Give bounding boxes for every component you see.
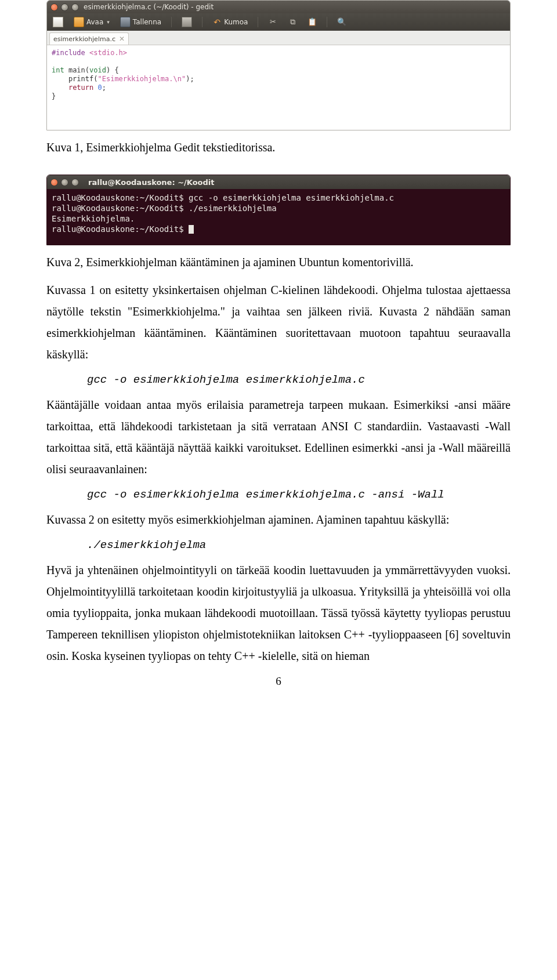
code-token: 0 (98, 84, 102, 92)
code-token: ); (186, 75, 194, 83)
close-tab-icon[interactable]: ✕ (119, 35, 125, 43)
body-paragraph: Kääntäjälle voidaan antaa myös erilaisia… (46, 394, 511, 480)
folder-open-icon (74, 17, 84, 27)
cursor-icon (189, 225, 194, 234)
page-number: 6 (46, 675, 511, 688)
terminal-line: Esimerkkiohjelma. (52, 214, 135, 223)
gedit-toolbar: Avaa ▾ Tallenna ↶ Kumoa ✂ ⧉ (47, 13, 510, 31)
gedit-window: esimerkkiohjelma.c (~/Koodit) - gedit Av… (46, 0, 511, 130)
code-token (93, 84, 97, 92)
code-token: int (52, 66, 64, 74)
figure-caption-2: Kuva 2, Esimerkkiohjelman kääntäminen ja… (46, 256, 511, 269)
chevron-down-icon: ▾ (107, 19, 110, 25)
figure-caption-1: Kuva 1, Esimerkkiohjelma Gedit tekstiedi… (46, 141, 511, 154)
code-token: "Esimerkkiohjelma.\n" (97, 75, 186, 83)
body-paragraph: Kuvassa 2 on esitetty myös esimerkkiohje… (46, 509, 511, 531)
undo-label: Kumoa (224, 18, 248, 26)
maximize-icon[interactable] (71, 3, 79, 11)
code-token (52, 84, 68, 92)
window-buttons (50, 3, 79, 11)
new-file-button[interactable] (50, 16, 66, 28)
code-token: return (68, 84, 93, 92)
gedit-title: esimerkkiohjelma.c (~/Koodit) - gedit (84, 3, 214, 11)
paste-button[interactable]: 📋 (305, 16, 319, 28)
document-icon (53, 17, 63, 27)
file-tab[interactable]: esimerkkiohjelma.c ✕ (49, 32, 129, 45)
code-token: #include (52, 49, 89, 57)
tab-label: esimerkkiohjelma.c (53, 35, 115, 43)
cut-button[interactable]: ✂ (266, 16, 280, 28)
terminal-window: rallu@Koodauskone: ~/Koodit rallu@Koodau… (46, 175, 511, 245)
terminal-title: rallu@Koodauskone: ~/Koodit (88, 178, 214, 187)
minimize-icon[interactable] (61, 179, 68, 186)
terminal-line: rallu@Koodauskone:~/Koodit$ gcc -o esime… (52, 193, 394, 202)
gedit-tabbar: esimerkkiohjelma.c ✕ (47, 31, 510, 45)
gedit-titlebar: esimerkkiohjelma.c (~/Koodit) - gedit (47, 1, 510, 13)
code-line: gcc -o esimerkkiohjelma esimerkkiohjelma… (87, 373, 511, 386)
print-button[interactable] (179, 16, 194, 28)
code-token: <stdio.h> (89, 49, 127, 57)
terminal-body[interactable]: rallu@Koodauskone:~/Koodit$ gcc -o esime… (47, 189, 510, 245)
terminal-line: rallu@Koodauskone:~/Koodit$ ./esimerkkio… (52, 204, 277, 213)
close-icon[interactable] (50, 179, 58, 186)
code-token: ) { (106, 66, 119, 74)
paste-icon: 📋 (308, 17, 317, 27)
copy-icon: ⧉ (288, 17, 297, 27)
maximize-icon[interactable] (71, 179, 79, 186)
toolbar-separator (327, 17, 327, 27)
code-token: main( (64, 66, 89, 74)
code-editor[interactable]: #include <stdio.h> int main(void) { prin… (47, 45, 510, 130)
code-line: gcc -o esimerkkiohjelma esimerkkiohjelma… (87, 488, 511, 501)
window-buttons (50, 179, 79, 186)
minimize-icon[interactable] (61, 3, 68, 11)
body-paragraph: Hyvä ja yhtenäinen ohjelmointityyli on t… (46, 560, 511, 667)
search-icon: 🔍 (337, 17, 346, 27)
code-token: ; (102, 84, 106, 92)
print-icon (182, 17, 192, 27)
open-label: Avaa (86, 18, 103, 26)
code-token: printf( (52, 75, 97, 83)
toolbar-separator (171, 17, 172, 27)
open-button[interactable]: Avaa ▾ (71, 16, 112, 28)
toolbar-separator (258, 17, 258, 27)
terminal-line: rallu@Koodauskone:~/Koodit$ (52, 224, 189, 234)
save-icon (120, 17, 131, 27)
copy-button[interactable]: ⧉ (285, 16, 299, 28)
code-line: ./esimerkkiohjelma (87, 539, 511, 551)
terminal-titlebar: rallu@Koodauskone: ~/Koodit (47, 175, 510, 189)
document-page: esimerkkiohjelma.c (~/Koodit) - gedit Av… (0, 0, 557, 711)
undo-button[interactable]: ↶ Kumoa (210, 16, 250, 28)
undo-icon: ↶ (212, 17, 222, 27)
code-token: } (52, 92, 56, 100)
save-button[interactable]: Tallenna (118, 16, 164, 28)
toolbar-separator (202, 17, 202, 27)
search-button[interactable]: 🔍 (335, 16, 349, 28)
body-paragraph: Kuvassa 1 on esitetty yksinkertaisen ohj… (46, 280, 511, 365)
close-icon[interactable] (50, 3, 58, 11)
scissors-icon: ✂ (268, 17, 277, 27)
code-token: void (89, 66, 106, 74)
save-label: Tallenna (133, 18, 161, 26)
